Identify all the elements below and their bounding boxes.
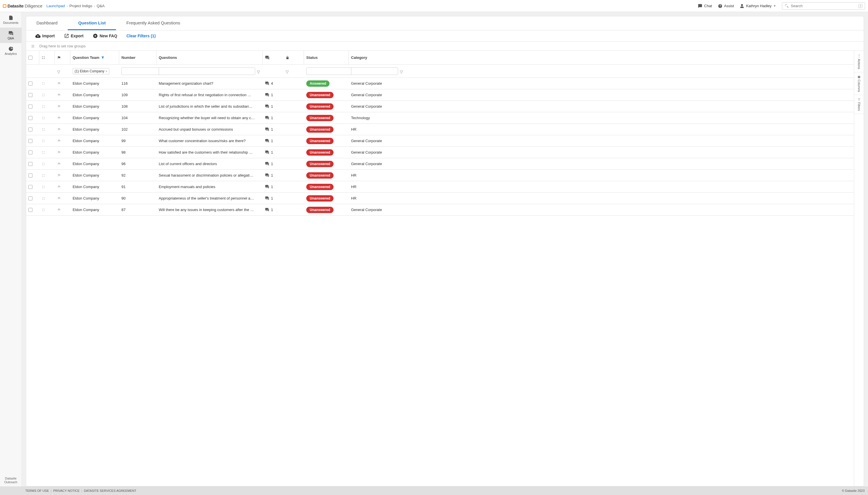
brand-logo-icon [3,4,6,8]
brand-name: Datasite [7,3,23,8]
chat-button[interactable]: Chat [698,4,712,8]
brand: Datasite Diligence [3,3,42,8]
breadcrumb: Launchpad › Project Indigo › Q&A [47,4,105,8]
help-icon [718,4,723,8]
search-input[interactable] [791,4,858,8]
user-name: Kathryn Hadley [746,4,771,8]
user-icon [740,4,744,8]
chevron-down-icon: ▼ [773,4,776,7]
header-right: Chat Assist Kathryn Hadley ▼ / [698,2,865,10]
breadcrumb-project[interactable]: Project Indigo [69,4,92,8]
chevron-right-icon: › [94,4,95,8]
user-menu[interactable]: Kathryn Hadley ▼ [740,4,776,8]
assist-label: Assist [724,4,734,8]
search-icon [784,4,789,8]
breadcrumb-current: Q&A [97,4,104,8]
brand-subname: Diligence [25,3,42,8]
assist-button[interactable]: Assist [718,4,734,8]
chat-label: Chat [704,4,712,8]
top-header: Datasite Diligence Launchpad › Project I… [0,0,868,12]
chevron-right-icon: › [67,4,68,8]
breadcrumb-launchpad[interactable]: Launchpad [47,4,65,8]
chat-icon [698,4,702,8]
slash-shortcut: / [858,4,863,8]
global-search[interactable]: / [782,2,865,10]
